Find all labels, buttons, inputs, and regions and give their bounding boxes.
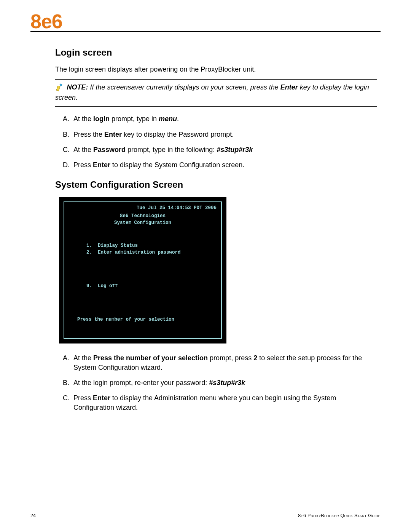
header-rule: 8e6 <box>30 11 381 32</box>
terminal-prompt: Press the number of your selection <box>77 316 217 323</box>
step-a: A. At the login prompt, type in menu. <box>63 114 377 123</box>
step-c: C. At the Password prompt, type in the f… <box>63 145 377 154</box>
note-box: NOTE: If the screensaver currently displ… <box>55 79 377 107</box>
section-title-login: Login screen <box>55 47 377 58</box>
terminal-company: 8e6 Technologies <box>69 212 217 219</box>
section-title-sysconfig: System Configuration Screen <box>55 179 377 190</box>
login-steps: A. At the login prompt, type in menu. B.… <box>55 114 377 169</box>
note-text: NOTE: If the screensaver currently displ… <box>55 83 369 101</box>
step-a2: A. At the Press the number of your selec… <box>63 353 377 372</box>
terminal-inner: Tue Jul 25 14:04:53 PDT 2006 8e6 Technol… <box>64 201 222 339</box>
terminal-logoff: 9. Log off <box>86 283 217 289</box>
login-intro: The login screen displays after powering… <box>55 65 377 74</box>
page-number: 24 <box>30 513 36 518</box>
step-b2: B. At the login prompt, re-enter your pa… <box>63 378 377 387</box>
guide-name: 8e6 ProxyBlocker Quick Start Guide <box>298 513 381 518</box>
sysconfig-steps: A. At the Press the number of your selec… <box>55 353 377 412</box>
svg-point-0 <box>60 84 62 86</box>
terminal-date: Tue Jul 25 14:04:53 PDT 2006 <box>69 204 217 211</box>
brand-logo: 8e6 <box>30 11 62 31</box>
terminal-menu: 1. Display Status 2. Enter administratio… <box>86 242 217 256</box>
terminal-screenshot: Tue Jul 25 14:04:53 PDT 2006 8e6 Technol… <box>59 197 226 343</box>
note-icon <box>55 83 64 93</box>
step-d: D. Press Enter to display the System Con… <box>63 160 377 169</box>
page-footer: 24 8e6 ProxyBlocker Quick Start Guide <box>30 513 381 518</box>
terminal-subtitle: System Configuration <box>69 219 217 226</box>
step-b: B. Press the Enter key to display the Pa… <box>63 130 377 139</box>
step-c2: C. Press Enter to display the Administra… <box>63 393 377 412</box>
